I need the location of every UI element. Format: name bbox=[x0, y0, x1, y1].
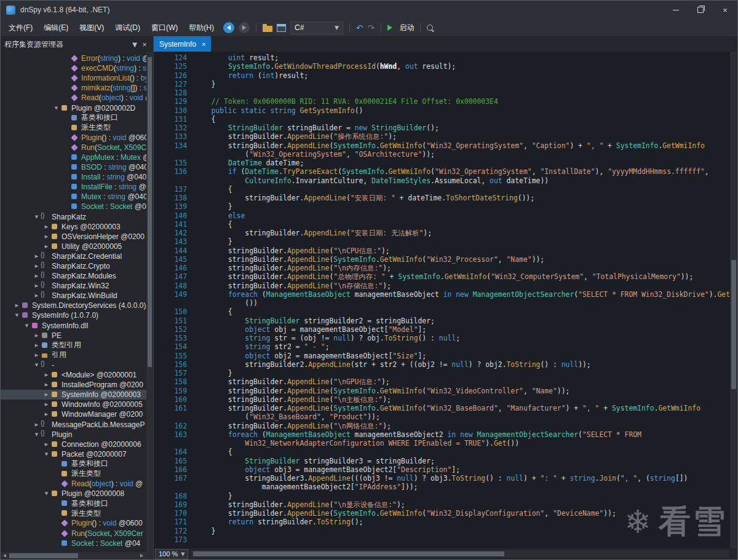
language-select[interactable]: C# ▼ bbox=[290, 22, 343, 34]
expander-icon[interactable]: ▶ bbox=[42, 382, 50, 387]
maximize-button[interactable] bbox=[688, 1, 713, 19]
zoom-control[interactable]: 100 % ▼ bbox=[155, 549, 188, 559]
tree-scroll-thumb[interactable] bbox=[148, 57, 152, 367]
tree-row[interactable]: InstallFile : string @0 bbox=[1, 182, 153, 192]
code-line[interactable]: 143 } bbox=[154, 237, 737, 246]
code-line[interactable]: 169 stringBuilder.AppendLine("\n显示设备信息:"… bbox=[154, 500, 737, 509]
code-line[interactable]: 129 // Token: 0x0600000B RID: 11 RVA: 0x… bbox=[154, 97, 737, 106]
tree-row[interactable]: ▶<Module> @02000001 bbox=[1, 370, 153, 380]
tree-row[interactable]: ▶Connection @02000006 bbox=[1, 440, 153, 449]
menu-item[interactable]: 编辑(E) bbox=[38, 20, 74, 36]
expander-icon[interactable]: ▼ bbox=[33, 215, 41, 219]
tree-row[interactable]: ▶引用 bbox=[1, 350, 153, 360]
menu-item[interactable]: 视图(V) bbox=[74, 20, 109, 36]
code-line[interactable]: 146 stringBuilder.AppendLine("\n内存信息:"); bbox=[154, 264, 737, 272]
code-line[interactable]: 155 object obj2 = managementBaseObject["… bbox=[154, 352, 737, 360]
tree-row[interactable]: Run(Socket, X509Cer bbox=[1, 529, 153, 538]
open-file-icon[interactable] bbox=[263, 26, 272, 32]
tree-row[interactable]: AppMutex : Mutex @ bbox=[1, 152, 153, 162]
tree-row[interactable]: ▶SharpKatz.Crypto bbox=[1, 261, 153, 271]
tree-row[interactable]: ▼Plugin @0200002D bbox=[1, 103, 153, 112]
editor-horizontal-scrollbar[interactable] bbox=[192, 550, 729, 558]
code-line[interactable]: 150 { bbox=[154, 307, 737, 316]
expander-icon[interactable]: ▼ bbox=[33, 432, 41, 437]
tree-row[interactable]: ▶SharpKatz.WinBuild bbox=[1, 291, 153, 301]
tree-row[interactable]: 派生类型 bbox=[1, 123, 153, 133]
code-line[interactable]: 148 stringBuilder.AppendLine("\n存储信息:"); bbox=[154, 282, 737, 290]
minimize-button[interactable] bbox=[664, 1, 688, 19]
code-line[interactable]: CultureInfo.InvariantCulture, DateTimeSt… bbox=[154, 176, 737, 185]
start-button[interactable]: 启动 bbox=[399, 23, 414, 33]
tree-row[interactable]: InformationList() : by bbox=[1, 73, 153, 83]
tree-row[interactable]: Plugin() : void @0600 bbox=[1, 518, 153, 528]
panel-menu-chevron-icon[interactable]: ▼ bbox=[130, 41, 140, 48]
tree-row[interactable]: ▼Packet @02000007 bbox=[1, 449, 153, 459]
tree-row[interactable]: mimikatz(string[]) : st bbox=[1, 83, 153, 93]
tree-row[interactable]: Run(Socket, X509Cer bbox=[1, 143, 153, 152]
scroll-left-icon[interactable] bbox=[3, 554, 6, 558]
tree-row[interactable]: Mutex : string @0400 bbox=[1, 192, 153, 202]
tree-row[interactable]: Install : string @0400 bbox=[1, 172, 153, 182]
navigate-back-button[interactable] bbox=[223, 22, 234, 33]
code-editor[interactable]: 124 uint result;125 SystemInfo.GetWindow… bbox=[154, 52, 737, 548]
panel-close-icon[interactable]: × bbox=[140, 40, 149, 49]
code-line[interactable]: 132 StringBuilder stringBuilder = new St… bbox=[154, 124, 737, 132]
open-module-icon[interactable] bbox=[277, 24, 286, 32]
expander-icon[interactable]: ▼ bbox=[52, 106, 60, 111]
code-line[interactable]: 126 return (int)result; bbox=[154, 71, 737, 80]
tree-row[interactable]: ▶WindowInfo @02000005 bbox=[1, 400, 153, 409]
menu-item[interactable]: 帮助(H) bbox=[183, 20, 220, 36]
expander-icon[interactable]: ▼ bbox=[42, 491, 50, 496]
expander-icon[interactable]: ▶ bbox=[33, 333, 41, 338]
tree-row[interactable]: 基类和接口 bbox=[1, 113, 153, 123]
code-line[interactable]: 140 else bbox=[154, 211, 737, 220]
code-line[interactable]: 151 StringBuilder stringBuilder2 = strin… bbox=[154, 317, 737, 325]
code-line[interactable]: 137 { bbox=[154, 185, 737, 194]
expander-icon[interactable]: ▶ bbox=[33, 343, 41, 348]
expander-icon[interactable]: ▶ bbox=[33, 293, 41, 298]
search-icon[interactable] bbox=[427, 25, 433, 31]
tree-row[interactable]: Error(string) : void @ bbox=[1, 53, 153, 63]
code-line[interactable]: 127 } bbox=[154, 80, 737, 89]
code-line[interactable]: 147 stringBuilder.AppendLine("总物理内存: " +… bbox=[154, 272, 737, 281]
code-line[interactable]: 135 DateTime dateTime; bbox=[154, 159, 737, 167]
tree-row[interactable]: ▼SystemInfo (1.0.7.0) bbox=[1, 310, 153, 320]
tree-row[interactable]: ▼Plugin @02000008 bbox=[1, 489, 153, 499]
tree-row[interactable]: ▶SharpKatz.Modules bbox=[1, 271, 153, 281]
code-line[interactable]: 134 stringBuilder.AppendLine(SystemInfo.… bbox=[154, 141, 737, 150]
expander-icon[interactable]: ▶ bbox=[42, 412, 50, 417]
code-line[interactable]: 142 stringBuilder.AppendLine("安装日期: 无法解析… bbox=[154, 229, 737, 237]
expander-icon[interactable]: ▶ bbox=[13, 303, 21, 308]
tree-row[interactable]: ▶Utility @02000005 bbox=[1, 242, 153, 251]
tree-hscroll-thumb[interactable] bbox=[9, 553, 78, 558]
tree-row[interactable]: Read(object) : void @ bbox=[1, 93, 153, 103]
expander-icon[interactable]: ▶ bbox=[42, 392, 50, 397]
tab-systeminfo[interactable]: SystemInfo × bbox=[154, 36, 211, 52]
tree-row[interactable]: Plugin() : void @0600 bbox=[1, 133, 153, 143]
undo-button[interactable]: ↶ bbox=[356, 23, 363, 32]
code-line[interactable]: 136 if (DateTime.TryParseExact(SystemInf… bbox=[154, 167, 737, 176]
tree-row[interactable]: 派生类型 bbox=[1, 508, 153, 518]
code-line[interactable]: 168 } bbox=[154, 492, 737, 500]
expander-icon[interactable]: ▶ bbox=[42, 373, 50, 377]
tree-row[interactable]: ▼SystemInfo.dll bbox=[1, 321, 153, 331]
tree-vertical-scrollbar[interactable] bbox=[146, 52, 153, 552]
expander-icon[interactable]: ▶ bbox=[42, 402, 50, 407]
code-line[interactable]: 139 } bbox=[154, 202, 737, 211]
redo-button[interactable]: ↷ bbox=[368, 23, 375, 32]
expander-icon[interactable]: ▶ bbox=[42, 234, 50, 239]
code-line[interactable]: 141 { bbox=[154, 220, 737, 229]
expander-icon[interactable]: ▶ bbox=[33, 274, 41, 278]
code-line[interactable]: 170 stringBuilder.AppendLine(SystemInfo.… bbox=[154, 509, 737, 518]
tree-row[interactable]: execCMD(string) : str bbox=[1, 63, 153, 73]
expander-icon[interactable]: ▶ bbox=[33, 264, 41, 269]
code-line[interactable]: 125 SystemInfo.GetWindowThreadProcessId(… bbox=[154, 62, 737, 71]
expander-icon[interactable]: ▶ bbox=[42, 442, 50, 447]
code-line[interactable]: 172 } bbox=[154, 527, 737, 535]
code-line[interactable]: managementBaseObject2["IPAddress"])); bbox=[154, 483, 737, 491]
code-line[interactable]: 149 foreach (ManagementBaseObject manage… bbox=[154, 290, 737, 299]
expander-icon[interactable]: ▶ bbox=[33, 422, 41, 427]
expander-icon[interactable]: ▼ bbox=[13, 313, 21, 318]
tree-row[interactable]: Socket : Socket @04 bbox=[1, 538, 153, 548]
code-line[interactable]: 145 stringBuilder.AppendLine(SystemInfo.… bbox=[154, 255, 737, 264]
